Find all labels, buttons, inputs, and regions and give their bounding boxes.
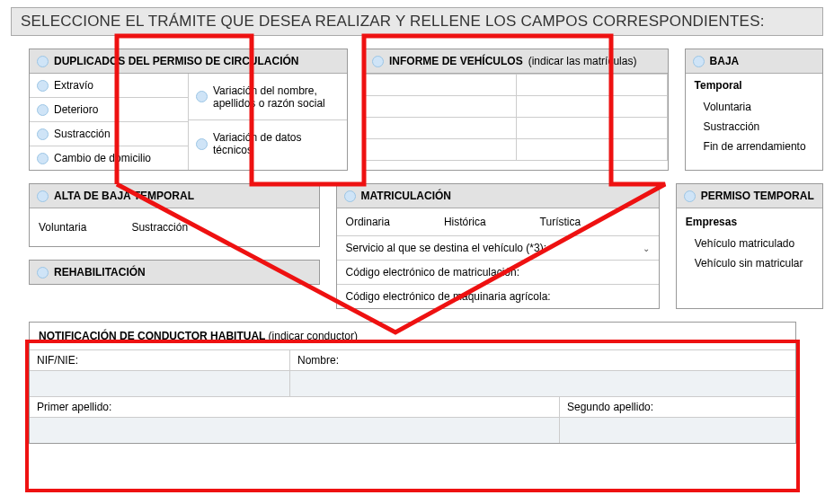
opt-extravio[interactable]: Extravío <box>30 74 189 98</box>
panel-notif-header: NOTIFICACIÓN DE CONDUCTOR HABITUAL (indi… <box>30 323 795 350</box>
matricula-cell[interactable] <box>366 139 517 161</box>
radio-icon <box>196 91 208 102</box>
label: Servicio al que se destina el vehículo (… <box>346 242 546 254</box>
apellido1-input[interactable] <box>30 418 559 443</box>
panel-baja-header: BAJA <box>686 49 822 74</box>
panel-rehabilitacion: REHABILITACIÓN <box>29 260 320 285</box>
baja-voluntaria[interactable]: Voluntaria <box>695 97 813 117</box>
matricula-cell[interactable] <box>366 96 517 118</box>
radio-icon[interactable] <box>693 56 705 67</box>
label: Variación de datos técnicos <box>213 131 340 156</box>
label: Variación del nombre, apellidos o razón … <box>213 84 340 110</box>
nombre-input[interactable] <box>290 371 795 396</box>
matr-servicio[interactable]: Servicio al que se destina el vehículo (… <box>337 236 659 261</box>
apellido2-input[interactable] <box>560 418 795 443</box>
notif-wrap: NOTIFICACIÓN DE CONDUCTOR HABITUAL (indi… <box>29 322 823 444</box>
matr-ordinaria[interactable]: Ordinaria <box>346 216 390 228</box>
panel-informe: INFORME DE VEHÍCULOS (indicar las matríc… <box>364 49 669 171</box>
panel-alta-title: ALTA DE BAJA TEMPORAL <box>54 190 194 202</box>
matr-turistica[interactable]: Turística <box>540 216 581 228</box>
apellido1-label: Primer apellido: <box>30 397 559 418</box>
panel-matriculacion: MATRICULACIÓN Ordinaria Histórica Turíst… <box>336 183 660 309</box>
page-title: SELECCIONE EL TRÁMITE QUE DESEA REALIZAR… <box>11 7 823 36</box>
panel-informe-header: INFORME DE VEHÍCULOS (indicar las matríc… <box>365 49 668 74</box>
row-2: ALTA DE BAJA TEMPORAL Voluntaria Sustrac… <box>29 183 823 309</box>
label: Extravío <box>54 79 93 92</box>
panel-perm-header: PERMISO TEMPORAL <box>677 184 822 208</box>
radio-icon[interactable] <box>684 190 696 202</box>
panel-baja: BAJA Temporal Voluntaria Sustracción Fin… <box>685 49 823 171</box>
radio-icon[interactable] <box>344 190 356 202</box>
baja-sub: Temporal <box>695 79 813 92</box>
informe-grid <box>365 74 668 161</box>
panel-perm-title: PERMISO TEMPORAL <box>701 190 814 202</box>
matricula-cell[interactable] <box>516 96 667 118</box>
panel-notif-title: NOTIFICACIÓN DE CONDUCTOR HABITUAL <box>39 330 265 342</box>
radio-icon <box>37 128 49 140</box>
matr-historica[interactable]: Histórica <box>444 216 486 228</box>
radio-icon[interactable] <box>37 267 49 279</box>
matricula-cell[interactable] <box>366 75 517 96</box>
opt-sustraccion[interactable]: Sustracción <box>30 122 189 146</box>
alta-voluntaria[interactable]: Voluntaria <box>39 221 86 234</box>
baja-sustraccion[interactable]: Sustracción <box>695 117 813 137</box>
matr-codigo-agric[interactable]: Código electrónico de maquinaria agrícol… <box>337 285 659 308</box>
alta-sustraccion[interactable]: Sustracción <box>131 221 188 234</box>
panel-duplicados-title: DUPLICADOS DEL PERMISO DE CIRCULACIÓN <box>54 55 298 67</box>
baja-fin-arrend[interactable]: Fin de arrendamiento <box>695 137 813 156</box>
radio-icon <box>37 153 49 164</box>
radio-icon[interactable] <box>372 56 384 67</box>
panel-baja-title: BAJA <box>710 55 740 67</box>
label: Sustracción <box>54 128 111 140</box>
opt-cambio-domicilio[interactable]: Cambio de domicilio <box>30 146 189 170</box>
radio-icon <box>37 80 49 92</box>
perm-matriculado[interactable]: Vehículo matriculado <box>686 234 813 253</box>
nif-label: NIF/NIE: <box>30 350 289 371</box>
nombre-label: Nombre: <box>290 350 795 371</box>
panel-matr-title: MATRICULACIÓN <box>361 190 451 202</box>
row-1: DUPLICADOS DEL PERMISO DE CIRCULACIÓN Ex… <box>29 49 823 171</box>
panel-informe-hint: (indicar las matrículas) <box>528 55 637 67</box>
radio-icon <box>37 104 49 116</box>
label: Código electrónico de maquinaria agrícol… <box>346 290 551 303</box>
perm-sin-matr[interactable]: Vehículo sin matricular <box>686 253 813 273</box>
panel-rehab-title: REHABILITACIÓN <box>54 266 146 279</box>
perm-sub: Empresas <box>686 216 813 228</box>
opt-deterioro[interactable]: Deterioro <box>30 98 189 122</box>
panel-alta: ALTA DE BAJA TEMPORAL Voluntaria Sustrac… <box>29 183 320 247</box>
opt-variacion-datos[interactable]: Variación de datos técnicos <box>189 120 347 167</box>
label: Cambio de domicilio <box>54 152 151 164</box>
panel-alta-header: ALTA DE BAJA TEMPORAL <box>30 184 319 208</box>
apellido2-label: Segundo apellido: <box>560 397 795 418</box>
panel-duplicados-header: DUPLICADOS DEL PERMISO DE CIRCULACIÓN <box>30 49 347 74</box>
radio-icon[interactable] <box>37 190 49 202</box>
panel-permiso-temporal: PERMISO TEMPORAL Empresas Vehículo matri… <box>676 183 823 309</box>
matricula-cell[interactable] <box>366 118 517 139</box>
nif-input[interactable] <box>30 371 289 396</box>
matricula-cell[interactable] <box>516 118 667 139</box>
panel-matr-header: MATRICULACIÓN <box>337 184 659 208</box>
opt-variacion-nombre[interactable]: Variación del nombre, apellidos o razón … <box>189 74 347 120</box>
matr-codigo-elec[interactable]: Código electrónico de matriculación: <box>337 261 659 285</box>
matricula-cell[interactable] <box>516 139 667 161</box>
radio-icon <box>196 138 208 150</box>
chevron-down-icon: ⌄ <box>643 243 650 253</box>
label: Deterioro <box>54 103 98 116</box>
panel-duplicados: DUPLICADOS DEL PERMISO DE CIRCULACIÓN Ex… <box>29 49 348 171</box>
matricula-cell[interactable] <box>516 75 667 96</box>
panel-notif-hint: (indicar conductor) <box>269 330 358 342</box>
label: Código electrónico de matriculación: <box>346 266 519 279</box>
radio-icon[interactable] <box>37 56 49 67</box>
panel-notificacion: NOTIFICACIÓN DE CONDUCTOR HABITUAL (indi… <box>29 322 796 444</box>
panel-informe-title: INFORME DE VEHÍCULOS <box>389 55 523 67</box>
panel-rehab-header: REHABILITACIÓN <box>30 261 319 284</box>
